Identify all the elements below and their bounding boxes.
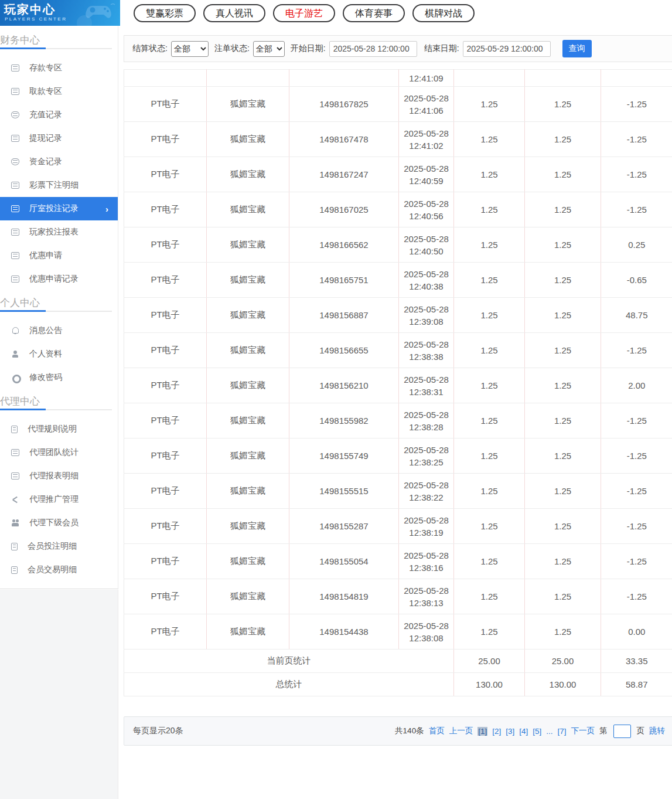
sidebar-item[interactable]: 修改密码 xyxy=(0,366,118,389)
cell-valid: 1.25 xyxy=(525,368,601,403)
sidebar-item[interactable]: 彩票下注明细 › xyxy=(0,174,118,197)
sidebar-item[interactable]: 消息公告 xyxy=(0,319,118,342)
cell-order-no: 1498156210 xyxy=(289,368,399,403)
cell-valid: 1.25 xyxy=(525,474,601,509)
page-link[interactable]: [4] xyxy=(519,727,528,736)
sidebar-item-label: 会员投注明细 xyxy=(28,541,77,552)
cell-bet xyxy=(454,70,525,87)
sidebar-item[interactable]: 取款专区 › xyxy=(0,80,118,103)
cell-order-no xyxy=(289,70,399,87)
sidebar-item[interactable]: 玩家投注报表 › xyxy=(0,220,118,244)
sidebar-item[interactable]: 代理推广管理 xyxy=(0,488,118,511)
cell-time: 2025-05-28 12:38:31 xyxy=(399,368,454,403)
date-text: 2025-05-28 xyxy=(399,127,453,140)
sidebar-item-icon xyxy=(11,426,18,433)
sidebar-item-label: 厅室投注记录 xyxy=(29,203,79,214)
total-summary-winloss: 58.87 xyxy=(601,673,672,696)
sidebar-item[interactable]: 代理下级会员 xyxy=(0,511,118,535)
pagination-bar: 每页显示20条 共140条 首页 上一页 [1] [2] [3] [4] [5]… xyxy=(124,716,672,746)
sidebar-item[interactable]: 会员交易明细 xyxy=(0,558,118,582)
sidebar-item-icon xyxy=(11,351,19,358)
sidebar-item-label: 玩家投注报表 xyxy=(29,227,79,237)
page-link[interactable]: [7] xyxy=(557,727,566,736)
time-text: 12:38:08 xyxy=(399,632,453,644)
order-status-select[interactable]: 全部 xyxy=(253,41,285,57)
cell-platform: PT电子 xyxy=(124,614,207,650)
start-date-input[interactable] xyxy=(329,41,417,57)
cell-game: 狐媚宝藏 xyxy=(207,474,289,509)
jump-page-input[interactable] xyxy=(613,725,631,738)
prev-page-link[interactable]: 上一页 xyxy=(449,726,473,736)
cell-winloss: -1.25 xyxy=(601,579,672,614)
next-page-link[interactable]: 下一页 xyxy=(571,726,595,736)
cell-order-no: 1498155054 xyxy=(289,544,399,579)
page-link[interactable]: [2] xyxy=(492,727,501,736)
order-status-label: 注单状态: xyxy=(214,43,250,54)
tab-sports[interactable]: 体育赛事 xyxy=(343,4,405,22)
sidebar-item[interactable]: 代理规则说明 xyxy=(0,417,118,441)
cell-winloss: -1.25 xyxy=(601,192,672,227)
page-link[interactable]: [5] xyxy=(533,727,541,736)
date-text: 2025-05-28 xyxy=(399,303,453,315)
first-page-link[interactable]: 首页 xyxy=(429,726,445,736)
cell-time: 2025-05-28 12:38:08 xyxy=(399,614,454,650)
sidebar-item-icon xyxy=(11,64,19,72)
page-link[interactable]: [3] xyxy=(506,727,514,736)
sidebar-item-label: 取款专区 xyxy=(29,86,62,97)
sidebar-item-label: 会员交易明细 xyxy=(28,565,77,575)
page-link-current[interactable]: [1] xyxy=(477,727,487,736)
top-tabs: 雙赢彩票 真人视讯 电子游艺 体育赛事 棋牌对战 xyxy=(134,4,475,22)
query-button[interactable]: 查询 xyxy=(562,40,592,57)
total-summary-bet: 130.00 xyxy=(454,673,525,696)
cell-platform: PT电子 xyxy=(124,227,207,263)
app-logo: 玩家中心 PLAYERS CENTER xyxy=(0,0,120,26)
total-summary-valid: 130.00 xyxy=(525,673,601,696)
cell-time: 2025-05-28 12:38:22 xyxy=(399,474,454,509)
sidebar-item[interactable]: 会员投注明细 xyxy=(0,535,118,558)
table-summary: 当前页统计 25.00 25.00 33.35 总统计 130.00 130.0… xyxy=(124,650,672,696)
sidebar-item[interactable]: 代理报表明细 xyxy=(0,464,118,488)
time-text: 12:40:38 xyxy=(399,280,453,293)
total-summary-label: 总统计 xyxy=(124,673,454,696)
cell-time: 2025-05-28 12:40:38 xyxy=(399,263,454,298)
cell-order-no: 1498155749 xyxy=(289,438,399,474)
sidebar-item[interactable]: 厅室投注记录 › xyxy=(0,197,118,220)
cell-game: 狐媚宝藏 xyxy=(207,509,289,544)
total-count-label: 共140条 xyxy=(395,726,424,736)
sidebar-item[interactable]: 存款专区 › xyxy=(0,56,118,80)
sidebar-item[interactable]: 充值记录 › xyxy=(0,103,118,127)
tab-board-games[interactable]: 棋牌对战 xyxy=(412,4,475,22)
tab-live-casino[interactable]: 真人视讯 xyxy=(203,4,265,22)
sidebar-item[interactable]: 个人资料 xyxy=(0,342,118,366)
table-row: PT电子 狐媚宝藏 1498155515 2025-05-28 12:38:22… xyxy=(124,474,672,509)
cell-winloss: -1.25 xyxy=(601,333,672,368)
cell-winloss: -1.25 xyxy=(601,544,672,579)
settle-status-label: 结算状态: xyxy=(132,43,168,54)
jump-button[interactable]: 跳转 xyxy=(649,726,665,736)
cell-game: 狐媚宝藏 xyxy=(207,157,289,192)
cell-winloss: -1.25 xyxy=(601,474,672,509)
sidebar-item-icon xyxy=(11,229,19,236)
sidebar-item[interactable]: 资金记录 › xyxy=(0,150,118,174)
cell-valid: 1.25 xyxy=(525,544,601,579)
cell-bet: 1.25 xyxy=(454,227,525,263)
sidebar-item[interactable]: 优惠申请记录 › xyxy=(0,267,118,291)
sidebar-item[interactable]: 代理团队统计 xyxy=(0,441,118,464)
table-row: PT电子 狐媚宝藏 1498154819 2025-05-28 12:38:13… xyxy=(124,579,672,614)
sidebar-item-icon xyxy=(11,158,19,165)
sidebar-item-icon xyxy=(11,205,19,212)
sidebar-item-label: 个人资料 xyxy=(29,349,62,359)
cell-game: 狐媚宝藏 xyxy=(207,438,289,474)
tab-electronic-games[interactable]: 电子游艺 xyxy=(273,4,335,22)
end-date-input[interactable] xyxy=(463,41,551,57)
cell-valid: 1.25 xyxy=(525,227,601,263)
sidebar-item[interactable]: 优惠申请 › xyxy=(0,244,118,267)
cell-order-no: 1498156655 xyxy=(289,333,399,368)
cell-platform: PT电子 xyxy=(124,87,207,122)
settle-status-select[interactable]: 全部 xyxy=(171,41,209,57)
sidebar-item[interactable]: 提现记录 › xyxy=(0,127,118,150)
tab-lottery[interactable]: 雙赢彩票 xyxy=(134,4,196,22)
sidebar-finance-items: 存款专区 › 取款专区 › 充值记录 › 提现记录 › xyxy=(0,56,118,291)
cell-bet: 1.25 xyxy=(454,579,525,614)
sidebar-item-label: 提现记录 xyxy=(29,133,62,144)
